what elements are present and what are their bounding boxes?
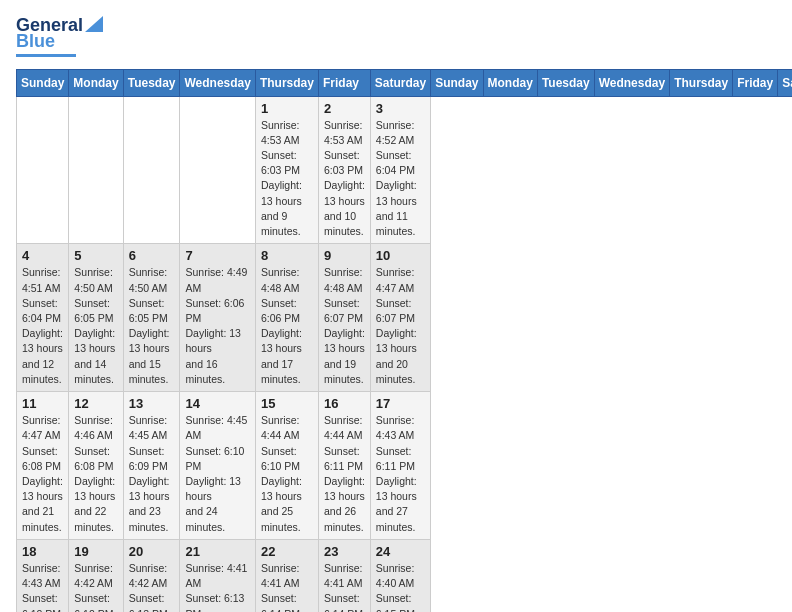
- day-number: 16: [324, 396, 365, 411]
- day-info: Sunrise: 4:41 AM Sunset: 6:13 PM Dayligh…: [185, 561, 249, 612]
- day-number: 20: [129, 544, 175, 559]
- day-number: 12: [74, 396, 117, 411]
- calendar-cell: 9Sunrise: 4:48 AM Sunset: 6:07 PM Daylig…: [318, 244, 370, 392]
- day-number: 2: [324, 101, 365, 116]
- calendar-cell: 7Sunrise: 4:49 AM Sunset: 6:06 PM Daylig…: [180, 244, 255, 392]
- calendar-cell: 10Sunrise: 4:47 AM Sunset: 6:07 PM Dayli…: [370, 244, 430, 392]
- day-number: 6: [129, 248, 175, 263]
- day-number: 19: [74, 544, 117, 559]
- day-number: 8: [261, 248, 313, 263]
- logo: General Blue: [16, 16, 103, 57]
- calendar-cell: 13Sunrise: 4:45 AM Sunset: 6:09 PM Dayli…: [123, 392, 180, 540]
- day-number: 1: [261, 101, 313, 116]
- day-number: 17: [376, 396, 425, 411]
- day-info: Sunrise: 4:41 AM Sunset: 6:14 PM Dayligh…: [324, 561, 365, 612]
- calendar-cell: 14Sunrise: 4:45 AM Sunset: 6:10 PM Dayli…: [180, 392, 255, 540]
- calendar-cell: 19Sunrise: 4:42 AM Sunset: 6:12 PM Dayli…: [69, 539, 123, 612]
- calendar-cell: 3Sunrise: 4:52 AM Sunset: 6:04 PM Daylig…: [370, 96, 430, 244]
- day-info: Sunrise: 4:42 AM Sunset: 6:13 PM Dayligh…: [129, 561, 175, 612]
- day-number: 14: [185, 396, 249, 411]
- day-info: Sunrise: 4:42 AM Sunset: 6:12 PM Dayligh…: [74, 561, 117, 612]
- logo-icon: [85, 16, 103, 32]
- calendar-cell: 17Sunrise: 4:43 AM Sunset: 6:11 PM Dayli…: [370, 392, 430, 540]
- logo-underline: [16, 54, 76, 57]
- calendar-cell: [123, 96, 180, 244]
- calendar-week-2: 4Sunrise: 4:51 AM Sunset: 6:04 PM Daylig…: [17, 244, 793, 392]
- day-info: Sunrise: 4:53 AM Sunset: 6:03 PM Dayligh…: [324, 118, 365, 240]
- day-info: Sunrise: 4:46 AM Sunset: 6:08 PM Dayligh…: [74, 413, 117, 535]
- calendar-cell: [180, 96, 255, 244]
- logo-text-blue: Blue: [16, 32, 55, 52]
- col-header-tuesday: Tuesday: [123, 69, 180, 96]
- calendar-cell: [69, 96, 123, 244]
- calendar-cell: 20Sunrise: 4:42 AM Sunset: 6:13 PM Dayli…: [123, 539, 180, 612]
- calendar-cell: 2Sunrise: 4:53 AM Sunset: 6:03 PM Daylig…: [318, 96, 370, 244]
- calendar-cell: [17, 96, 69, 244]
- day-number: 4: [22, 248, 63, 263]
- day-info: Sunrise: 4:44 AM Sunset: 6:11 PM Dayligh…: [324, 413, 365, 535]
- day-number: 23: [324, 544, 365, 559]
- calendar-cell: 11Sunrise: 4:47 AM Sunset: 6:08 PM Dayli…: [17, 392, 69, 540]
- col-header-monday: Monday: [483, 69, 537, 96]
- day-number: 13: [129, 396, 175, 411]
- col-header-sunday: Sunday: [17, 69, 69, 96]
- col-header-friday: Friday: [318, 69, 370, 96]
- day-info: Sunrise: 4:47 AM Sunset: 6:07 PM Dayligh…: [376, 265, 425, 387]
- day-info: Sunrise: 4:40 AM Sunset: 6:15 PM Dayligh…: [376, 561, 425, 612]
- calendar-cell: 23Sunrise: 4:41 AM Sunset: 6:14 PM Dayli…: [318, 539, 370, 612]
- day-info: Sunrise: 4:43 AM Sunset: 6:11 PM Dayligh…: [376, 413, 425, 535]
- day-number: 10: [376, 248, 425, 263]
- calendar-cell: 15Sunrise: 4:44 AM Sunset: 6:10 PM Dayli…: [255, 392, 318, 540]
- calendar-cell: 24Sunrise: 4:40 AM Sunset: 6:15 PM Dayli…: [370, 539, 430, 612]
- day-info: Sunrise: 4:52 AM Sunset: 6:04 PM Dayligh…: [376, 118, 425, 240]
- col-header-saturday: Saturday: [778, 69, 792, 96]
- day-info: Sunrise: 4:50 AM Sunset: 6:05 PM Dayligh…: [129, 265, 175, 387]
- day-number: 3: [376, 101, 425, 116]
- col-header-saturday: Saturday: [370, 69, 430, 96]
- day-number: 5: [74, 248, 117, 263]
- calendar-cell: 1Sunrise: 4:53 AM Sunset: 6:03 PM Daylig…: [255, 96, 318, 244]
- calendar-cell: 12Sunrise: 4:46 AM Sunset: 6:08 PM Dayli…: [69, 392, 123, 540]
- day-info: Sunrise: 4:48 AM Sunset: 6:07 PM Dayligh…: [324, 265, 365, 387]
- svg-marker-0: [85, 16, 103, 32]
- calendar-cell: 4Sunrise: 4:51 AM Sunset: 6:04 PM Daylig…: [17, 244, 69, 392]
- col-header-sunday: Sunday: [431, 69, 483, 96]
- calendar-week-4: 18Sunrise: 4:43 AM Sunset: 6:12 PM Dayli…: [17, 539, 793, 612]
- day-info: Sunrise: 4:49 AM Sunset: 6:06 PM Dayligh…: [185, 265, 249, 387]
- day-number: 7: [185, 248, 249, 263]
- col-header-monday: Monday: [69, 69, 123, 96]
- calendar-cell: 18Sunrise: 4:43 AM Sunset: 6:12 PM Dayli…: [17, 539, 69, 612]
- calendar-cell: 21Sunrise: 4:41 AM Sunset: 6:13 PM Dayli…: [180, 539, 255, 612]
- col-header-wednesday: Wednesday: [594, 69, 669, 96]
- calendar-cell: 22Sunrise: 4:41 AM Sunset: 6:14 PM Dayli…: [255, 539, 318, 612]
- day-info: Sunrise: 4:51 AM Sunset: 6:04 PM Dayligh…: [22, 265, 63, 387]
- day-number: 15: [261, 396, 313, 411]
- day-info: Sunrise: 4:45 AM Sunset: 6:09 PM Dayligh…: [129, 413, 175, 535]
- calendar-cell: 6Sunrise: 4:50 AM Sunset: 6:05 PM Daylig…: [123, 244, 180, 392]
- col-header-wednesday: Wednesday: [180, 69, 255, 96]
- day-info: Sunrise: 4:44 AM Sunset: 6:10 PM Dayligh…: [261, 413, 313, 535]
- day-info: Sunrise: 4:48 AM Sunset: 6:06 PM Dayligh…: [261, 265, 313, 387]
- calendar-cell: 5Sunrise: 4:50 AM Sunset: 6:05 PM Daylig…: [69, 244, 123, 392]
- page-header: General Blue: [16, 16, 776, 57]
- day-number: 11: [22, 396, 63, 411]
- day-info: Sunrise: 4:45 AM Sunset: 6:10 PM Dayligh…: [185, 413, 249, 535]
- col-header-tuesday: Tuesday: [537, 69, 594, 96]
- col-header-friday: Friday: [733, 69, 778, 96]
- day-info: Sunrise: 4:41 AM Sunset: 6:14 PM Dayligh…: [261, 561, 313, 612]
- calendar-cell: 16Sunrise: 4:44 AM Sunset: 6:11 PM Dayli…: [318, 392, 370, 540]
- day-info: Sunrise: 4:53 AM Sunset: 6:03 PM Dayligh…: [261, 118, 313, 240]
- calendar-table: SundayMondayTuesdayWednesdayThursdayFrid…: [16, 69, 792, 612]
- calendar-week-3: 11Sunrise: 4:47 AM Sunset: 6:08 PM Dayli…: [17, 392, 793, 540]
- col-header-thursday: Thursday: [255, 69, 318, 96]
- calendar-cell: 8Sunrise: 4:48 AM Sunset: 6:06 PM Daylig…: [255, 244, 318, 392]
- day-number: 24: [376, 544, 425, 559]
- day-info: Sunrise: 4:47 AM Sunset: 6:08 PM Dayligh…: [22, 413, 63, 535]
- calendar-header-row: SundayMondayTuesdayWednesdayThursdayFrid…: [17, 69, 793, 96]
- col-header-thursday: Thursday: [670, 69, 733, 96]
- calendar-week-1: 1Sunrise: 4:53 AM Sunset: 6:03 PM Daylig…: [17, 96, 793, 244]
- day-info: Sunrise: 4:43 AM Sunset: 6:12 PM Dayligh…: [22, 561, 63, 612]
- day-number: 21: [185, 544, 249, 559]
- day-info: Sunrise: 4:50 AM Sunset: 6:05 PM Dayligh…: [74, 265, 117, 387]
- day-number: 18: [22, 544, 63, 559]
